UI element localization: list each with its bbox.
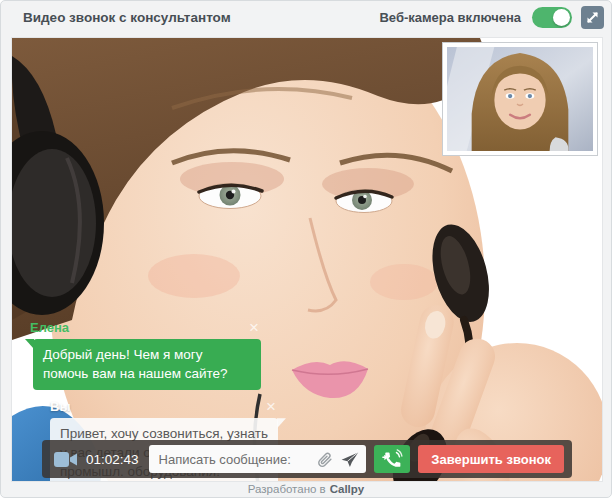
author-label: Елена xyxy=(30,320,247,335)
fullscreen-button[interactable] xyxy=(581,6,604,29)
page-title: Видео звонок с консультантом xyxy=(23,10,379,25)
bubble-tail xyxy=(277,418,286,428)
widget-footer: Разработано в Callpy xyxy=(1,480,611,497)
widget-header: Видео звонок с консультантом Веб-камера … xyxy=(1,1,611,34)
author-label: Вы xyxy=(50,399,264,414)
video-area: Елена × Добрый день! Чем я могу помочь в… xyxy=(11,37,603,482)
attach-icon[interactable] xyxy=(314,449,334,469)
footer-text: Разработано в xyxy=(248,483,326,495)
call-control-bar: 01:02:43 xyxy=(42,440,572,478)
message-text: Добрый день! Чем я могу помочь вам на на… xyxy=(43,347,228,381)
webcam-toggle[interactable] xyxy=(532,7,572,28)
footer-brand[interactable]: Callpy xyxy=(330,483,365,495)
chat-message-consultant: Елена × Добрый день! Чем я могу помочь в… xyxy=(24,320,286,390)
message-input-wrap xyxy=(149,445,367,473)
toggle-knob xyxy=(553,9,570,26)
expand-icon xyxy=(585,10,600,25)
self-view xyxy=(442,42,598,156)
phone-transfer-icon xyxy=(382,449,403,470)
webcam-status-label: Веб-камера включена xyxy=(379,10,521,25)
message-bubble: Добрый день! Чем я могу помочь вам на на… xyxy=(33,339,261,390)
self-view-video xyxy=(447,47,593,151)
bubble-tail xyxy=(25,339,34,349)
video-call-widget: Видео звонок с консультантом Веб-камера … xyxy=(0,0,612,498)
call-timer: 01:02:43 xyxy=(86,452,139,467)
close-icon[interactable]: × xyxy=(264,401,278,413)
voice-call-button[interactable] xyxy=(374,445,410,473)
close-icon[interactable]: × xyxy=(247,322,261,334)
end-call-button[interactable]: Завершить звонок xyxy=(418,445,564,473)
send-icon[interactable] xyxy=(339,449,359,469)
video-camera-icon xyxy=(54,451,78,468)
